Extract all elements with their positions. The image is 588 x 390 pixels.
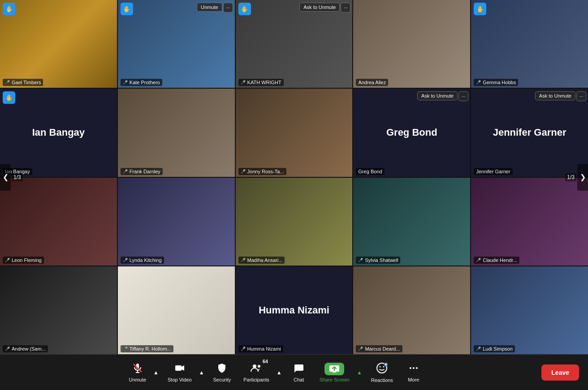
participant-cell-13: 🎤 Madiha Ansari...: [236, 178, 353, 266]
name-label-7: 🎤 Frank Darnley: [121, 168, 163, 175]
svg-point-10: [380, 366, 381, 367]
reactions-button[interactable]: Reactions: [366, 360, 398, 386]
participant-cell-18: Humma Nizami 🎤 Humma Nizami: [236, 266, 353, 354]
participant-cell-9: Ask to Unmute ··· Greg Bond Greg Bond: [353, 89, 470, 176]
participant-cell-11: 🎤 Leon Fleming: [0, 178, 117, 266]
name-label-16: 🎤 Andrew (Sam...: [3, 345, 48, 352]
share-screen-icon-bg: [324, 363, 344, 375]
page-indicator-right: 1/3: [565, 173, 576, 181]
svg-rect-4: [175, 365, 182, 371]
name-label-8: 🎤 Jonny Ross-Ta...: [238, 168, 286, 175]
participants-label: Participants: [243, 377, 269, 382]
stop-video-group: Stop Video ▲: [162, 360, 206, 385]
raise-hand-badge-5: ✋: [474, 3, 486, 15]
page-nav-right[interactable]: ❯: [577, 164, 588, 191]
chevron-up-icon-3: ▲: [277, 369, 282, 376]
name-label-19: 🎤 Marcus Deard...: [356, 345, 402, 352]
chat-label: Chat: [294, 377, 304, 382]
participant-cell-14: 🎤 Sylvia Shatwell: [353, 178, 470, 266]
security-label: Security: [213, 377, 231, 382]
participant-cell-10: Ask to Unmute ··· Jennifer Garner Jennif…: [471, 89, 588, 176]
participant-cell-7: 🎤 Frank Darnley: [118, 89, 235, 176]
name-label-12: 🎤 Lynda Kitching: [121, 257, 164, 264]
share-screen-group: Share Screen ▲: [314, 360, 364, 385]
name-label-2: 🎤 Kate Prothero: [121, 79, 162, 86]
name-label-10: Jennifer Garner: [474, 168, 512, 175]
participant-cell-5: ✋ 🎤 Gemma Hobbs: [471, 0, 588, 88]
toolbar-right: Leave: [541, 364, 579, 381]
video-icon: [174, 363, 185, 375]
mic-muted-icon: [132, 363, 143, 375]
participant-cell-2: ✋ Unmute ··· 🎤 Kate Prothero: [118, 0, 235, 88]
participants-icon: 64: [250, 363, 263, 375]
more-btn-3[interactable]: ···: [341, 3, 350, 13]
mic-off-icon-7: 🎤: [123, 169, 128, 174]
name-label-20: 🎤 Ludi Simpson: [474, 345, 515, 352]
more-btn-9[interactable]: ···: [458, 91, 468, 101]
mic-off-icon-18: 🎤: [241, 347, 246, 351]
ask-unmute-btn-2[interactable]: Unmute: [197, 3, 222, 12]
share-screen-chevron[interactable]: ▲: [355, 367, 364, 378]
name-label-3: 🎤 KATH WRIGHT: [238, 79, 284, 86]
mic-off-icon-5: 🎤: [476, 80, 481, 85]
ask-unmute-btn-10[interactable]: Ask to Unmute: [535, 91, 575, 100]
more-btn-2[interactable]: ···: [223, 3, 233, 13]
leave-button[interactable]: Leave: [541, 364, 579, 381]
mic-off-icon-1: 🎤: [5, 80, 10, 85]
name-label-13: 🎤 Madiha Ansari...: [238, 257, 285, 264]
more-dots-icon: [408, 363, 419, 375]
stop-video-chevron[interactable]: ▲: [197, 367, 206, 378]
unmute-group: Unmute ▲: [124, 360, 160, 385]
raise-hand-badge-6: ✋: [3, 91, 15, 104]
mic-off-icon-12: 🎤: [123, 258, 128, 262]
chat-button[interactable]: Chat: [285, 360, 312, 385]
participant-cell-12: 🎤 Lynda Kitching: [118, 178, 235, 266]
raise-hand-badge-1: ✋: [3, 3, 15, 15]
chevron-up-icon-4: ▲: [357, 369, 362, 376]
security-button[interactable]: Security: [208, 360, 237, 385]
participants-button[interactable]: 64 Participants: [238, 360, 274, 385]
mic-off-icon-15: 🎤: [476, 258, 481, 262]
more-btn-10[interactable]: ···: [576, 91, 586, 101]
name-label-9: Greg Bond: [356, 168, 384, 175]
mic-off-icon-17: 🎤: [123, 347, 128, 351]
mic-off-icon-13: 🎤: [241, 258, 246, 262]
ask-unmute-btn-9[interactable]: Ask to Unmute: [417, 91, 458, 100]
more-button[interactable]: More: [400, 360, 427, 385]
mic-off-icon-19: 🎤: [358, 347, 363, 351]
svg-point-11: [383, 366, 385, 367]
toolbar: Unmute ▲ Stop Video ▲: [0, 354, 588, 390]
svg-point-5: [253, 364, 256, 368]
participants-count: 64: [263, 359, 268, 364]
name-label-11: 🎤 Leon Fleming: [3, 257, 44, 264]
share-screen-button[interactable]: Share Screen: [314, 360, 355, 385]
name-label-14: 🎤 Sylvia Shatwell: [356, 257, 400, 264]
ask-unmute-btn-3[interactable]: Ask to Unmute: [299, 3, 340, 12]
unmute-chevron[interactable]: ▲: [151, 367, 160, 378]
stop-video-label: Stop Video: [168, 377, 192, 382]
raise-hand-badge-3: ✋: [238, 3, 251, 15]
unmute-button[interactable]: Unmute: [124, 360, 152, 385]
participants-group: 64 Participants ▲: [238, 360, 283, 385]
participant-cell-4: Andrea Allez: [353, 0, 470, 88]
raise-hand-badge-2: ✋: [121, 3, 133, 15]
chat-icon: [294, 363, 304, 375]
mic-off-icon-11: 🎤: [5, 258, 10, 262]
page-nav-left[interactable]: ❮: [0, 164, 11, 191]
mic-off-icon-8: 🎤: [241, 169, 246, 174]
mic-off-icon-20: 🎤: [476, 347, 481, 351]
svg-point-6: [258, 365, 260, 368]
svg-rect-8: [333, 372, 336, 373]
video-grid: ✋ 🎤 Gael Timbers ✋ Unmute ··· 🎤 Kate Pro…: [0, 0, 588, 354]
chevron-up-icon-2: ▲: [199, 369, 204, 376]
svg-point-13: [410, 367, 411, 369]
svg-point-15: [416, 367, 418, 369]
stop-video-button[interactable]: Stop Video: [162, 360, 197, 385]
participants-chevron[interactable]: ▲: [275, 367, 284, 378]
name-label-17: 🎤 Tiffany R. Hollom...: [121, 345, 173, 352]
mic-off-icon-2: 🎤: [123, 80, 128, 85]
toolbar-center: Unmute ▲ Stop Video ▲: [9, 360, 541, 386]
participant-cell-6: ✋ Ian Bangay Ian Bangay: [0, 89, 117, 176]
reactions-label: Reactions: [371, 377, 393, 383]
participant-cell-3: ✋ Ask to Unmute ··· 🎤 KATH WRIGHT: [236, 0, 353, 88]
